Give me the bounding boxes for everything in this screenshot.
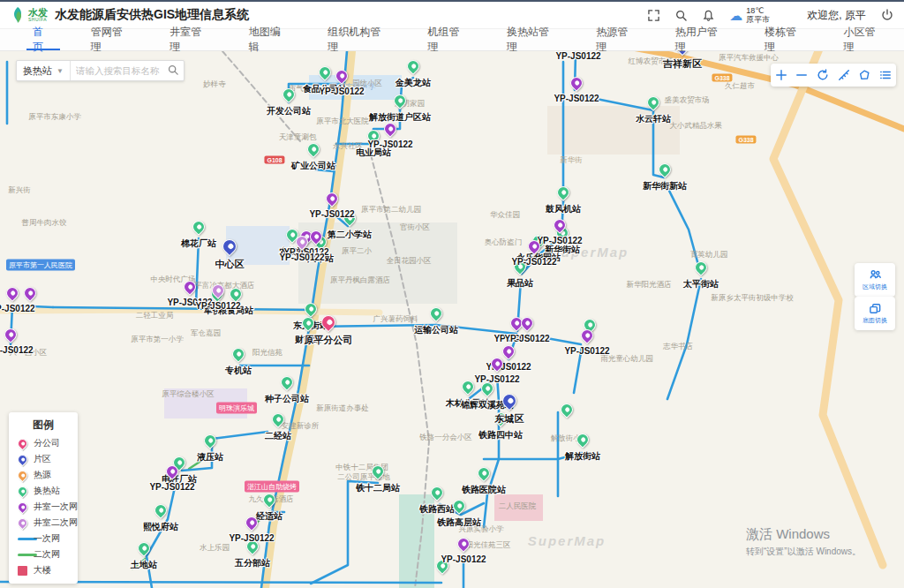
marker-label: YP-JS0122: [279, 253, 324, 262]
measure-area-button[interactable]: [856, 67, 872, 83]
cloud-icon: ☁: [729, 9, 742, 22]
legend-item-district: 片区: [18, 451, 78, 467]
map-place-label: 原平综合楼小区: [162, 389, 215, 400]
tab-管网管理[interactable]: 管网管理: [72, 29, 151, 50]
logout-icon[interactable]: [880, 9, 893, 22]
zoom-in-button[interactable]: [773, 67, 789, 83]
legend-label: 片区: [34, 453, 51, 465]
station-pin-icon: [554, 184, 572, 201]
legend-item-source: 热源: [18, 467, 78, 483]
station-pin-icon: [391, 92, 409, 109]
map-place-label: 妙样寺: [203, 79, 226, 90]
legend-label: 井室一次网: [34, 501, 78, 513]
tab-楼栋管理[interactable]: 楼栋管理: [746, 29, 825, 50]
district-pin-icon: [220, 237, 240, 257]
map-place-label: 官街小区: [400, 222, 430, 233]
map-place-label: 全日花园小区: [387, 256, 432, 267]
legend-item-line2: 二次网: [18, 547, 78, 562]
layers-icon: [869, 302, 882, 315]
tab-井室管理[interactable]: 井室管理: [151, 29, 230, 50]
station-pin-icon: [558, 401, 576, 418]
well1-pin-icon: [333, 67, 350, 85]
marker-label: 专机站: [225, 365, 252, 377]
map-search-bar: 换热站 ▼: [16, 60, 185, 81]
tab-换热站管理[interactable]: 换热站管理: [488, 29, 577, 50]
fullscreen-icon[interactable]: [647, 9, 660, 22]
station-pin-icon: [152, 501, 170, 519]
weather-city: 原平市: [746, 15, 770, 24]
map-place-label: 铁路一分会小区: [419, 433, 472, 443]
station-pin-icon: [475, 464, 493, 482]
search-input[interactable]: [76, 65, 168, 76]
search-category-select[interactable]: 换热站 ▼: [17, 61, 71, 80]
tab-小区管理[interactable]: 小区管理: [825, 29, 904, 50]
tab-地图编辑[interactable]: 地图编辑: [230, 29, 309, 50]
measure-distance-button[interactable]: [836, 67, 852, 83]
people-icon: [869, 268, 882, 282]
legend-label: 分公司: [34, 437, 60, 449]
welcome-text: 欢迎您, 原平: [807, 8, 866, 23]
station-pin-icon: [280, 86, 298, 103]
marker-label: 液压站: [197, 451, 223, 464]
app-window: 水发 SHUIFA 水发能源盾安供热GIS地理信息系统 ☁ 18℃ 原平市: [0, 0, 904, 588]
window-edge: [0, 0, 904, 2]
marker-label: 铁路四中站: [478, 429, 523, 441]
legend-label: 井室二次网: [34, 516, 78, 529]
tab-组织机构管理[interactable]: 组织机构管理: [309, 29, 409, 50]
marker-label: 鼓风机站: [546, 203, 581, 215]
zoom-out-button[interactable]: [794, 67, 810, 83]
marker-label: 中心区: [215, 258, 245, 271]
map-place-label: 阳光佳苑三区: [466, 540, 511, 551]
marker-label: 棉花厂站: [181, 237, 216, 250]
map-place-label: 二轻工业局: [136, 311, 174, 321]
map-place-label: 华众佳园: [490, 210, 520, 221]
station-pin-icon: [427, 305, 445, 322]
map-canvas[interactable]: 妙样寺原平实达中学市气象局园纺小区东明家园原平市北大医院原平市东康小学新兴街普周…: [0, 51, 904, 588]
station-swatch: [16, 484, 30, 498]
marker-label: YP-JS0122: [149, 482, 194, 492]
search-submit-icon[interactable]: [168, 64, 178, 78]
tab-首页[interactable]: 首页: [14, 29, 72, 50]
station-pin-icon: [316, 64, 334, 81]
marker-label: 经适站: [256, 510, 282, 523]
tab-机组管理[interactable]: 机组管理: [409, 29, 487, 50]
marker-label: YP-JS0122: [367, 139, 412, 149]
map-place-label: 军仓嘉园: [191, 328, 221, 339]
map-place-label: 原平市第二幼儿园: [361, 205, 421, 215]
map-place-label: 原平市东康小学: [28, 112, 81, 123]
reset-view-button[interactable]: [815, 67, 831, 83]
marker-label: YP-JS0122: [554, 94, 599, 103]
map-poi-badge: G108: [264, 156, 284, 164]
marker-label: YP-JS0122: [564, 346, 609, 356]
search-category-value: 换热站: [23, 64, 52, 78]
tab-热源管理[interactable]: 热源管理: [577, 29, 656, 50]
well1-pin-icon: [323, 190, 341, 207]
layer-list-button[interactable]: [878, 67, 893, 83]
search-icon[interactable]: [674, 9, 688, 22]
marker-label: YP-JS0122: [511, 257, 556, 267]
map-place-label: 原平二小: [342, 246, 372, 257]
marker-label: 矿业公司站: [291, 160, 335, 172]
map-toolbar: [771, 64, 896, 87]
map-place-label: 原平市第一小学: [131, 335, 184, 345]
well2-swatch: [16, 516, 30, 530]
map-place-label: 奥心防盗门: [485, 237, 523, 248]
map-place-label: 新原乡太平街初级中学校: [711, 293, 794, 304]
nav-tabs: 首页管网管理井室管理地图编辑组织机构管理机组管理换热站管理热源管理热用户管理楼栋…: [0, 28, 904, 51]
station-pin-icon: [692, 259, 710, 276]
region-switch-button[interactable]: 区域切换: [855, 263, 895, 297]
branch-swatch: [16, 436, 30, 450]
map-place-label: 育英幼儿园: [690, 250, 728, 260]
marker-label: 二经站: [265, 430, 291, 442]
station-pin-icon: [574, 431, 591, 449]
well1-pin-icon: [518, 314, 536, 332]
basemap-switch-button[interactable]: 底图切换: [855, 297, 895, 330]
station-pin-icon: [201, 432, 219, 449]
marker-label: 水云轩站: [636, 113, 671, 125]
bell-icon[interactable]: [702, 9, 715, 22]
marker-label: YP-JS0122: [0, 304, 35, 313]
tab-热用户管理[interactable]: 热用户管理: [657, 29, 746, 50]
station-pin-icon: [369, 463, 387, 480]
marker-label: 果品站: [507, 277, 533, 290]
app-logo: 水发 SHUIFA: [11, 6, 48, 24]
